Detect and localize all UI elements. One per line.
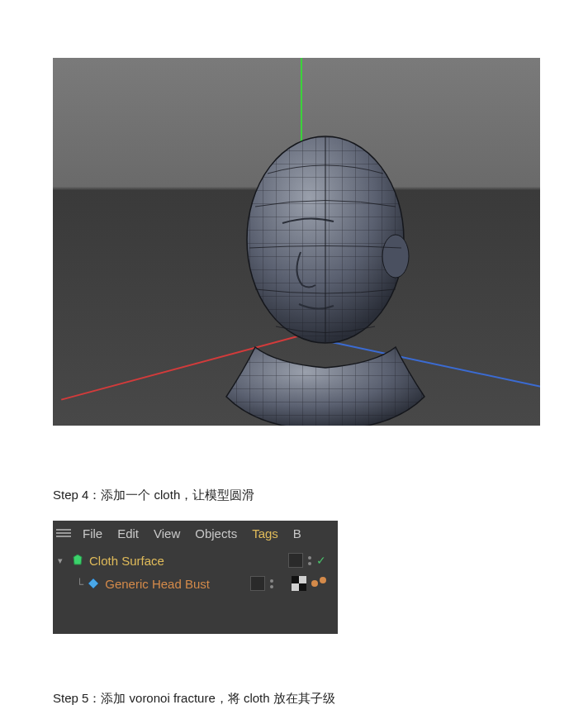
phong-tag-icon[interactable] <box>311 580 318 587</box>
uv-tag-icon[interactable] <box>292 576 306 591</box>
phong-tag-icon[interactable] <box>320 577 326 583</box>
menu-tags[interactable]: Tags <box>245 526 285 540</box>
layer-tag-icon[interactable] <box>288 553 303 568</box>
object-tree: ▾ Cloth Surface ✓ └ Generic Head Bust <box>53 545 338 598</box>
viewport-3d <box>53 58 540 426</box>
tree-branch-icon: └ <box>76 578 83 590</box>
step-4-text: Step 4：添加一个 cloth，让模型圆滑 <box>53 488 254 503</box>
enabled-check-icon[interactable]: ✓ <box>316 554 326 567</box>
tree-label-head-bust: Generic Head Bust <box>105 577 210 591</box>
cloth-surface-icon <box>71 554 84 567</box>
panel-menu-icon[interactable] <box>56 529 71 537</box>
menu-file[interactable]: File <box>76 526 109 540</box>
layer-tag-icon[interactable] <box>250 576 265 591</box>
svg-point-2 <box>382 235 409 278</box>
svg-marker-3 <box>88 579 98 588</box>
menu-overflow[interactable]: B <box>287 526 308 540</box>
visibility-dots-icon[interactable] <box>308 556 311 565</box>
menu-view[interactable]: View <box>147 526 187 540</box>
visibility-dots-icon[interactable] <box>270 579 273 588</box>
step-5-text: Step 5：添加 voronoi fracture，将 cloth 放在其子级 <box>53 691 335 707</box>
panel-menubar: File Edit View Objects Tags B <box>53 521 338 545</box>
object-manager-panel: File Edit View Objects Tags B ▾ Cloth Su… <box>53 521 338 634</box>
tree-label-cloth-surface: Cloth Surface <box>89 554 164 568</box>
menu-objects[interactable]: Objects <box>188 526 244 540</box>
expand-icon[interactable]: ▾ <box>58 555 66 566</box>
tree-row-head-bust[interactable]: └ Generic Head Bust <box>58 572 333 595</box>
head-bust-model <box>210 124 441 426</box>
polygon-object-icon <box>87 577 100 590</box>
menu-edit[interactable]: Edit <box>111 526 145 540</box>
tree-row-cloth-surface[interactable]: ▾ Cloth Surface ✓ <box>58 549 333 572</box>
